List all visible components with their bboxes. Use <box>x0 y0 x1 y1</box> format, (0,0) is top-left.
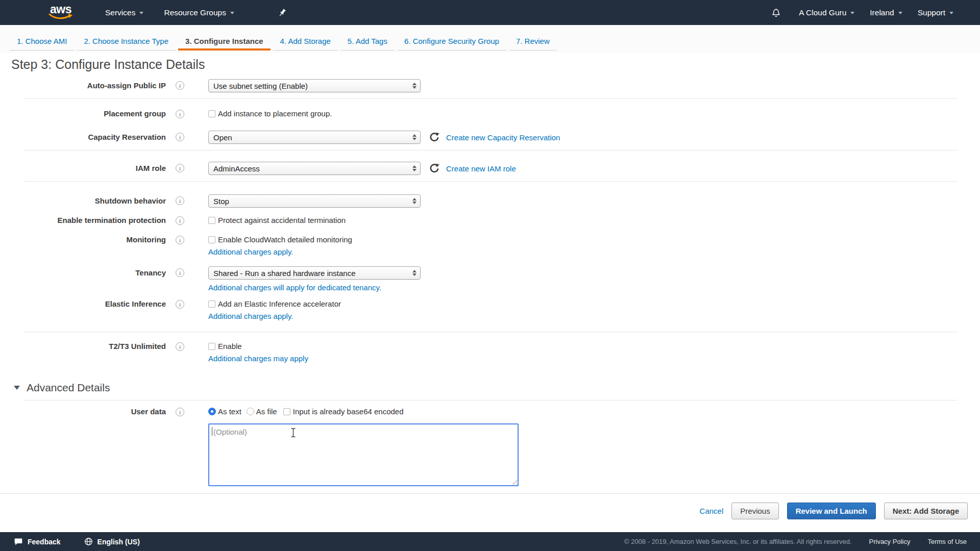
divider <box>23 332 958 332</box>
tenancy-charges-link[interactable]: Additional charges will apply for dedica… <box>208 283 381 292</box>
top-nav: aws Services Resource Groups <box>0 0 980 25</box>
nav-item-services[interactable]: Services <box>105 8 143 17</box>
footer-bar: Feedback English (US) © 2008 - 2019, Ama… <box>0 532 980 551</box>
info-icon[interactable]: i <box>176 342 184 351</box>
tab-choose-instance-type[interactable]: 2. Choose Instance Type <box>77 37 176 51</box>
tab-add-storage[interactable]: 4. Add Storage <box>273 37 338 51</box>
row-monitoring: Monitoring i Enable CloudWatch detailed … <box>0 235 970 257</box>
info-icon[interactable]: i <box>176 133 184 141</box>
elastic-inference-checkbox-label: Add an Elastic Inference accelerator <box>218 299 341 308</box>
row-t2t3-unlimited: T2/T3 Unlimited i Enable Additional char… <box>0 342 970 363</box>
select-value: Shared - Run a shared hardware instance <box>213 269 356 278</box>
nav-item-resource-groups[interactable]: Resource Groups <box>164 8 234 17</box>
feedback-link[interactable]: Feedback <box>14 538 61 546</box>
field-label-placement-group: Placement group <box>0 109 166 118</box>
user-data-base64-checkbox[interactable] <box>283 408 290 415</box>
nav-item-account[interactable]: A Cloud Guru <box>799 8 854 17</box>
terms-of-use-link[interactable]: Terms of Use <box>927 538 967 545</box>
cancel-link[interactable]: Cancel <box>700 507 724 515</box>
globe-icon <box>84 537 93 546</box>
caret-down-icon <box>898 12 902 14</box>
tenancy-select[interactable]: Shared - Run a shared hardware instance <box>208 266 421 280</box>
copyright-text: © 2008 - 2019, Amazon Web Services, Inc.… <box>624 538 852 545</box>
language-link[interactable]: English (US) <box>84 537 140 546</box>
monitoring-charges-link[interactable]: Additional charges apply. <box>208 247 293 256</box>
field-label-auto-assign-public-ip: Auto-assign Public IP <box>0 79 166 92</box>
tab-choose-ami[interactable]: 1. Choose AMI <box>10 37 74 51</box>
bell-icon[interactable] <box>771 7 781 18</box>
user-data-textarea-wrap <box>208 423 519 486</box>
refresh-icon[interactable] <box>429 132 439 142</box>
caret-down-icon <box>850 12 854 14</box>
field-label-elastic-inference: Elastic Inference <box>0 299 166 309</box>
info-icon[interactable]: i <box>176 216 184 225</box>
monitoring-checkbox[interactable] <box>208 236 215 243</box>
aws-smile-icon <box>48 13 73 20</box>
tab-add-tags[interactable]: 5. Add Tags <box>340 37 395 51</box>
field-label-user-data: User data <box>0 407 166 416</box>
nav-item-region[interactable]: Ireland <box>870 8 902 17</box>
resource-groups-label: Resource Groups <box>164 8 226 17</box>
select-value: Open <box>213 133 232 142</box>
info-icon[interactable]: i <box>176 164 184 172</box>
review-and-launch-button[interactable]: Review and Launch <box>787 503 876 519</box>
field-label-monitoring: Monitoring <box>0 235 166 244</box>
info-icon[interactable]: i <box>176 81 184 90</box>
t2t3-unlimited-checkbox-label: Enable <box>218 342 242 350</box>
select-value: Use subnet setting (Enable) <box>213 82 308 90</box>
page-title: Step 3: Configure Instance Details <box>11 57 205 72</box>
placement-group-checkbox[interactable] <box>208 110 215 117</box>
field-label-capacity-reservation: Capacity Reservation <box>0 131 166 144</box>
caret-down-icon <box>230 12 234 14</box>
region-label: Ireland <box>870 8 894 17</box>
user-data-as-text-label: As text <box>218 407 241 416</box>
t2t3-unlimited-checkbox[interactable] <box>208 343 215 350</box>
select-arrows-icon <box>412 270 416 276</box>
termination-protection-checkbox[interactable] <box>208 217 215 224</box>
field-label-termination-protection: Enable termination protection <box>0 216 166 225</box>
user-data-as-file-radio[interactable] <box>247 408 254 415</box>
create-capacity-reservation-link[interactable]: Create new Capacity Reservation <box>446 133 560 142</box>
field-label-shutdown-behavior: Shutdown behavior <box>0 194 166 208</box>
advanced-details-toggle[interactable]: Advanced Details <box>14 382 110 394</box>
t2t3-charges-link[interactable]: Additional charges may apply <box>208 354 308 363</box>
previous-button[interactable]: Previous <box>731 503 778 519</box>
info-icon[interactable]: i <box>176 300 184 309</box>
info-icon[interactable]: i <box>176 196 184 205</box>
info-icon[interactable]: i <box>176 268 184 277</box>
user-data-textarea[interactable] <box>208 423 519 486</box>
nav-item-support[interactable]: Support <box>918 8 953 17</box>
next-add-storage-button[interactable]: Next: Add Storage <box>884 503 968 519</box>
aws-logo[interactable]: aws <box>47 4 75 22</box>
placement-group-checkbox-label: Add instance to placement group. <box>218 109 332 118</box>
tab-configure-security-group[interactable]: 6. Configure Security Group <box>397 37 506 51</box>
shutdown-behavior-select[interactable]: Stop <box>208 194 421 208</box>
row-termination-protection: Enable termination protection i Protect … <box>0 216 970 225</box>
elastic-inference-checkbox[interactable] <box>208 300 215 308</box>
select-value: Stop <box>213 197 229 206</box>
pin-icon[interactable] <box>277 8 287 18</box>
tab-review[interactable]: 7. Review <box>509 37 557 51</box>
refresh-icon[interactable] <box>429 163 439 173</box>
row-auto-assign-public-ip: Auto-assign Public IP i Use subnet setti… <box>0 79 970 92</box>
auto-assign-public-ip-select[interactable]: Use subnet setting (Enable) <box>208 79 421 92</box>
info-icon[interactable]: i <box>176 408 184 416</box>
tab-configure-instance[interactable]: 3. Configure Instance <box>178 37 271 51</box>
field-label-tenancy: Tenancy <box>0 266 166 280</box>
user-data-as-text-radio[interactable] <box>208 408 216 415</box>
info-icon[interactable]: i <box>176 236 184 244</box>
create-iam-role-link[interactable]: Create new IAM role <box>446 164 516 173</box>
row-elastic-inference: Elastic Inference i Add an Elastic Infer… <box>0 299 970 321</box>
info-icon[interactable]: i <box>176 110 184 118</box>
field-label-iam-role: IAM role <box>0 162 166 175</box>
capacity-reservation-select[interactable]: Open <box>208 131 421 144</box>
caret-down-icon <box>949 12 953 14</box>
user-data-base64-label: Input is already base64 encoded <box>293 407 404 416</box>
privacy-policy-link[interactable]: Privacy Policy <box>869 538 911 545</box>
select-arrows-icon <box>412 165 416 171</box>
elastic-inference-charges-link[interactable]: Additional charges apply. <box>208 312 293 320</box>
text-caret <box>212 427 212 436</box>
language-label: English (US) <box>97 538 140 546</box>
iam-role-select[interactable]: AdminAccess <box>208 162 421 175</box>
divider <box>23 400 958 400</box>
